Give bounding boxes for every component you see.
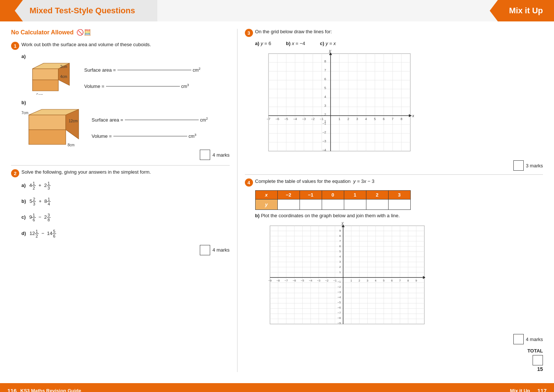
header-bar: Mixed Test-Style Questions Mix it Up [0,0,554,21]
svg-text:7: 7 [339,239,341,243]
question-4-row: 4 Complete the table of values for the e… [245,178,543,187]
q2c-whole2: 2 [44,214,47,220]
q2d-frac1: 12 [35,229,38,238]
q2-marks-label: 4 marks [212,247,229,253]
svg-text:−7: −7 [284,279,288,282]
q2a-whole2: 2 [44,183,47,188]
svg-text:4: 4 [365,117,367,121]
q1a-answers: Surface area = cm2 Volume = cm3 [84,65,201,91]
header-right-box: Mix it Up [498,0,554,21]
q4-y-row: y [255,200,410,210]
q1b-surface-unit: cm2 [200,117,208,123]
svg-text:−2: −2 [337,285,341,289]
cuboid-a-svg: 2cm 4cm 6cm [21,61,77,95]
svg-text:−9: −9 [268,279,272,282]
svg-text:−3: −3 [337,290,341,294]
footer-left: 116 KS3 Maths Revision Guide [7,388,81,392]
svg-text:7: 7 [391,117,393,121]
svg-text:7: 7 [399,279,401,282]
footer-bar: 116 KS3 Maths Revision Guide Mix it Up 1… [0,383,554,392]
svg-text:1: 1 [338,117,340,121]
q1a-volume-row: Volume = cm3 [84,83,201,89]
svg-text:−7: −7 [266,117,270,121]
cuboid-b-svg: 7cm 12cm 8cm [21,108,84,148]
svg-text:−9: −9 [337,321,341,325]
q3-circle: 3 [245,29,253,37]
q4-marks-label: 4 marks [526,337,543,342]
q2b-whole2: 8 [44,198,47,204]
q2b-label: b) [21,198,26,204]
q4-table-header: x −2 −1 0 1 2 3 [255,191,410,200]
svg-text:−2: −2 [311,117,314,121]
svg-text:−6: −6 [337,306,341,309]
q1b-surface-line [125,120,199,120]
y-blank-5 [366,200,388,210]
header-orange-bg [0,0,15,21]
svg-text:−1: −1 [322,122,326,125]
y-blank-2 [300,200,322,210]
svg-text:8: 8 [339,234,341,238]
x-val-n1: −1 [300,191,322,200]
q2c-whole1: 9 [29,214,32,220]
svg-text:−5: −5 [337,301,341,304]
svg-text:−6: −6 [293,279,296,282]
q1-circle: 1 [11,42,19,50]
svg-text:2: 2 [339,265,341,269]
q4-grid-svg: y x 9 8 7 6 5 4 3 2 1 −1 −2 −3 −4 −5 −6 … [255,221,425,328]
total-value: 15 [513,366,543,372]
question-3-row: 3 On the grid below draw the lines for: [245,29,543,37]
svg-text:−3: −3 [322,139,326,143]
q2d-whole2: 14 [47,231,52,236]
x-val-0: 0 [322,191,344,200]
q1a-volume-line [106,86,180,86]
footer-page-right: 117 [537,388,547,392]
svg-text:8: 8 [400,117,402,121]
q3b-eq-label: b) x = −4 [286,41,305,46]
q2a-frac1: 12 [32,181,35,190]
svg-text:y: y [329,49,332,53]
header-title-box: Mixed Test-Style Questions [15,0,157,21]
svg-text:2cm: 2cm [60,65,67,69]
footer-mix-label: Mix it Up [510,388,530,392]
svg-text:4: 4 [375,279,376,282]
q2a-label: a) [21,183,26,188]
q1-text: Work out both the surface area and volum… [21,42,151,47]
q1a-surface-line [117,70,191,70]
svg-text:8cm: 8cm [68,143,75,147]
q4-grid-container: y x 9 8 7 6 5 4 3 2 1 −1 −2 −3 −4 −5 −6 … [255,221,543,330]
q3-marks-row: 3 marks [255,160,543,171]
svg-text:6: 6 [391,279,393,282]
q4-marks-total: 4 marks TOTAL 15 [255,333,543,372]
y-blank-4 [344,200,366,210]
svg-text:9: 9 [415,279,417,282]
no-calc-icon: 🚫🧮 [76,29,91,36]
total-label: TOTAL [513,348,543,354]
svg-text:−2: −2 [322,130,326,134]
svg-text:−3: −3 [317,279,321,282]
q4-table-container: x −2 −1 0 1 2 3 y [255,190,543,210]
svg-text:3: 3 [324,104,326,108]
mix-it-up-title: Mix it Up [509,6,543,16]
svg-text:−4: −4 [337,296,341,299]
svg-text:4cm: 4cm [60,75,67,79]
q2d-whole1: 12 [30,231,35,236]
q1b-surface-row: Surface area = cm2 [92,117,208,123]
q1a-surface-row: Surface area = cm2 [84,67,201,73]
svg-text:x: x [412,113,414,118]
svg-text:5: 5 [374,117,376,121]
divider-1 [11,165,230,166]
svg-text:−6: −6 [275,117,279,121]
svg-text:8: 8 [324,59,326,63]
footer-guide-title: KS3 Maths Revision Guide [20,388,81,392]
svg-text:1: 1 [339,270,341,274]
no-calc-label: No Calculator Allowed [11,29,73,36]
q1a-part: a) 2cm 4cm [21,54,230,95]
q4b-label: b) Plot the coordinates on the graph bel… [255,213,543,218]
svg-text:6: 6 [324,77,326,81]
q1a-cuboid: 2cm 4cm 6cm [21,61,77,95]
footer-page-left: 116 [7,388,17,392]
svg-rect-73 [270,226,424,324]
question-1-row: 1 Work out both the surface area and vol… [11,42,230,50]
y-blank-3 [322,200,344,210]
svg-text:2: 2 [347,117,349,121]
